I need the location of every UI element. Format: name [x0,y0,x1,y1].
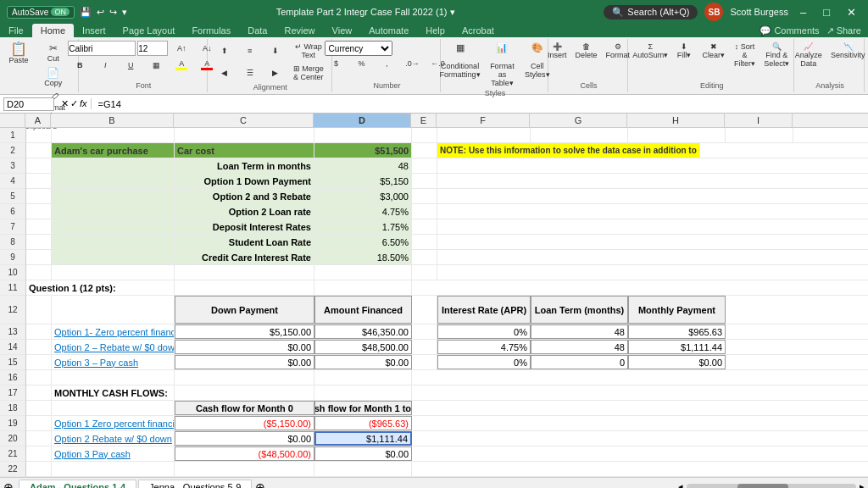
underline-button[interactable]: U [119,59,142,71]
tab-data[interactable]: Data [239,24,275,37]
cell-c18[interactable]: Cash flow for Month 0 [175,401,314,415]
cell-d3[interactable]: 48 [314,158,412,173]
cell-c14[interactable]: $0.00 [175,340,314,354]
cell-b4[interactable] [52,174,175,188]
scroll-left-icon[interactable]: ◂ [678,481,683,488]
tab-view[interactable]: View [324,24,361,37]
cell-b17[interactable]: MONTHLY CASH FLOWS: [52,385,175,400]
sheet-tab-jenna[interactable]: Jenna - Questions 5-9 [138,480,252,488]
cell-d18[interactable]: Cash flow for Month 1 to 48 [314,401,412,415]
add-sheet-button[interactable]: ⊕ [3,480,14,489]
col-header-i[interactable]: I [725,114,793,127]
cell-b5[interactable] [52,189,175,203]
tab-home[interactable]: Home [32,24,74,37]
row-num-14[interactable]: 14 [0,340,25,355]
autosave-toggle[interactable]: ON [51,8,70,16]
cell-d8[interactable]: 6.50% [314,235,412,249]
cell-c12[interactable]: Down Payment [175,296,314,324]
cell-b10[interactable] [52,265,175,280]
cell-a16[interactable] [26,370,52,385]
cell-c13[interactable]: $5,150.00 [175,324,314,339]
formula-input[interactable] [95,99,865,109]
border-button[interactable]: ▦ [144,59,168,71]
cell-d9[interactable]: 18.50% [314,250,412,264]
cell-c3[interactable]: Loan Term in months [175,158,314,173]
cell-c7[interactable]: Deposit Interest Rates [175,219,314,234]
clear-button[interactable]: ✖ Clear▾ [698,41,730,61]
cell-g14[interactable]: 48 [531,340,628,354]
cell-d22[interactable] [314,462,412,476]
cell-c5[interactable]: Option 2 and 3 Rebate [175,189,314,203]
col-header-b[interactable]: B [51,114,174,127]
cell-b6[interactable] [52,204,175,219]
row-num-6[interactable]: 6 [0,204,25,219]
cell-a19[interactable] [26,416,52,430]
row-num-8[interactable]: 8 [0,235,25,250]
cell-f1[interactable] [437,128,531,142]
cell-a7[interactable] [26,219,52,234]
col-header-a[interactable]: A [25,114,51,127]
cell-f14[interactable]: 4.75% [437,340,531,354]
row-num-10[interactable]: 10 [0,265,25,280]
increase-decimal-button[interactable]: .0→ [401,58,425,69]
cell-a12[interactable] [26,296,52,324]
tab-acrobat[interactable]: Acrobat [453,24,503,37]
fill-color-button[interactable]: A [170,58,193,72]
restore-button[interactable]: □ [818,4,835,20]
font-size-input[interactable] [137,41,168,56]
comments-button[interactable]: 💬 Comments [760,25,819,36]
cell-a11[interactable]: Question 1 (12 pts): [26,280,175,295]
cell-d15[interactable]: $0.00 [314,355,412,369]
cell-c17[interactable] [175,385,314,400]
comma-button[interactable]: , [376,58,399,69]
cell-a5[interactable] [26,189,52,203]
cell-reference-input[interactable] [3,97,54,111]
row-num-17[interactable]: 17 [0,385,25,401]
cell-c9[interactable]: Credit Care Interest Rate [175,250,314,264]
cell-e10[interactable] [412,265,437,280]
fill-button[interactable]: ⬇ Fill▾ [672,41,697,61]
cell-h14[interactable]: $1,111.44 [628,340,726,354]
percent-button[interactable]: % [350,58,374,69]
cell-e12[interactable] [412,296,437,324]
scroll-right-icon[interactable]: ▸ [860,481,865,488]
cell-c4[interactable]: Option 1 Down Payment [175,174,314,188]
cell-e15[interactable] [412,355,437,369]
cell-c11[interactable] [175,280,314,295]
cell-b20[interactable]: Option 2 Rebate w/ $0 down [52,431,175,446]
cell-d6[interactable]: 4.75% [314,204,412,219]
font-name-input[interactable] [68,41,136,56]
cell-e2[interactable] [412,143,437,158]
increase-font-button[interactable]: A↑ [170,44,193,53]
cell-a22[interactable] [26,462,52,476]
tab-formulas[interactable]: Formulas [183,24,239,37]
row-num-21[interactable]: 21 [0,446,25,462]
row-num-1[interactable]: 1 [0,128,25,143]
row-num-11[interactable]: 11 [0,280,25,296]
cell-d10[interactable] [314,265,412,280]
cell-a15[interactable] [26,355,52,369]
cell-a8[interactable] [26,235,52,249]
cell-e14[interactable] [412,340,437,354]
align-top-button[interactable]: ⬆ [213,45,236,57]
cell-b18[interactable] [52,401,175,415]
cell-c22[interactable] [175,462,314,476]
cell-d20[interactable]: $1,111.44 [314,431,412,446]
sheet-tab-adam[interactable]: Adam - Questions 1-4 [19,480,136,489]
conditional-formatting-button[interactable]: ▦ConditionalFormatting▾ [438,41,481,80]
merge-center-button[interactable]: ⊞ Merge & Center [289,63,328,83]
cell-b1[interactable] [52,128,175,142]
row-num-12[interactable]: 12 [0,296,25,324]
cell-a21[interactable] [26,446,52,461]
cell-a10[interactable] [26,265,52,280]
cell-c20[interactable]: $0.00 [175,431,314,446]
italic-button[interactable]: I [93,59,117,71]
row-num-4[interactable]: 4 [0,174,25,189]
cell-e7[interactable] [412,219,437,234]
cell-d19[interactable]: ($965.63) [314,416,412,430]
row-num-15[interactable]: 15 [0,355,25,370]
cell-h1[interactable] [628,128,726,142]
cell-b7[interactable] [52,219,175,234]
cell-c16[interactable] [175,370,314,385]
cell-e6[interactable] [412,204,437,219]
